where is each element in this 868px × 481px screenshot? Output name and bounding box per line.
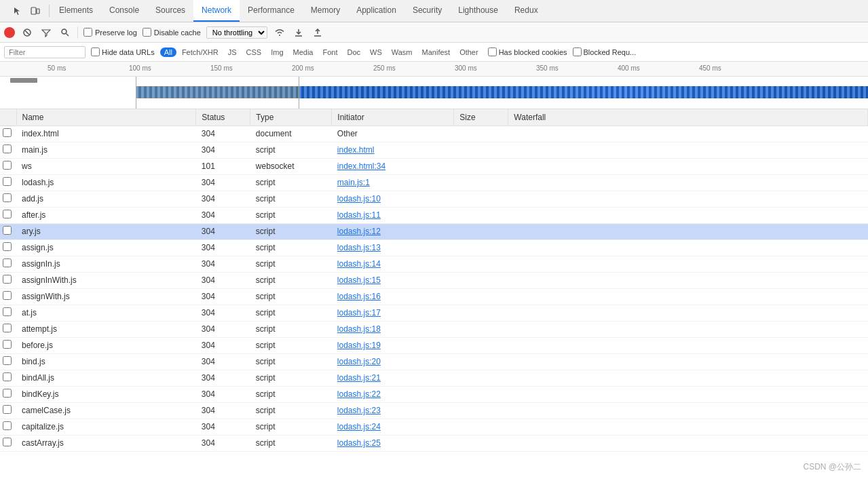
table-row[interactable]: camelCase.js304scriptlodash.js:23 (0, 402, 868, 419)
tab-console[interactable]: Console (101, 0, 147, 22)
cell-name[interactable]: ary.js (16, 223, 196, 239)
row-checkbox[interactable] (3, 438, 12, 446)
row-checkbox[interactable] (3, 210, 12, 218)
cell-name[interactable]: ws (16, 158, 196, 174)
cursor-icon[interactable] (11, 4, 24, 18)
cell-initiator[interactable]: lodash.js:13 (332, 239, 454, 256)
type-btn-wasm[interactable]: Wasm (388, 47, 417, 57)
table-row[interactable]: bindAll.js304scriptlodash.js:21 (0, 370, 868, 386)
hide-data-urls-checkbox[interactable]: Hide data URLs (91, 47, 155, 56)
row-checkbox[interactable] (3, 128, 12, 137)
row-checkbox[interactable] (3, 405, 12, 414)
type-btn-all[interactable]: All (160, 47, 176, 57)
cell-initiator[interactable]: lodash.js:11 (332, 207, 454, 223)
cell-initiator[interactable]: lodash.js:25 (332, 435, 454, 451)
cell-name[interactable]: assignInWith.js (16, 272, 196, 288)
row-checkbox[interactable] (3, 421, 12, 430)
table-row[interactable]: attempt.js304scriptlodash.js:18 (0, 321, 868, 337)
row-checkbox[interactable] (3, 340, 12, 349)
row-checkbox[interactable] (3, 161, 12, 170)
tab-security[interactable]: Security (404, 0, 450, 22)
filter-input[interactable] (4, 46, 86, 58)
row-checkbox[interactable] (3, 145, 12, 153)
cell-name[interactable]: index.html (16, 126, 196, 142)
type-btn-font[interactable]: Font (318, 47, 341, 57)
cell-initiator[interactable]: lodash.js:18 (332, 321, 454, 337)
table-row[interactable]: at.js304scriptlodash.js:17 (0, 305, 868, 321)
type-btn-ws[interactable]: WS (366, 47, 386, 57)
cell-initiator[interactable]: lodash.js:17 (332, 305, 454, 321)
row-checkbox[interactable] (3, 356, 12, 365)
cell-name[interactable]: bind.js (16, 353, 196, 370)
table-row[interactable]: capitalize.js304scriptlodash.js:24 (0, 419, 868, 435)
record-button[interactable] (4, 27, 15, 38)
table-row[interactable]: assignWith.js304scriptlodash.js:16 (0, 288, 868, 305)
cell-name[interactable]: camelCase.js (16, 402, 196, 419)
th-name[interactable]: Name (16, 109, 196, 126)
row-checkbox[interactable] (3, 242, 12, 251)
throttle-select[interactable]: No throttling Fast 3G Slow 3G Offline (206, 26, 267, 39)
table-row[interactable]: assign.js304scriptlodash.js:13 (0, 239, 868, 256)
cell-initiator[interactable]: index.html:34 (332, 158, 454, 174)
th-type[interactable]: Type (250, 109, 332, 126)
cell-name[interactable]: before.js (16, 337, 196, 353)
cell-name[interactable]: lodash.js (16, 174, 196, 191)
cell-name[interactable]: assign.js (16, 239, 196, 256)
table-row[interactable]: bind.js304scriptlodash.js:20 (0, 353, 868, 370)
blocked-requests-checkbox[interactable]: Blocked Requ... (573, 47, 637, 56)
has-blocked-cookies-checkbox[interactable]: Has blocked cookies (488, 47, 567, 56)
th-status[interactable]: Status (196, 109, 250, 126)
cell-name[interactable]: assignIn.js (16, 256, 196, 272)
tab-network[interactable]: Network (193, 0, 240, 22)
row-checkbox[interactable] (3, 177, 12, 186)
type-btn-fetch/xhr[interactable]: Fetch/XHR (178, 47, 223, 57)
table-row[interactable]: castArray.js304scriptlodash.js:25 (0, 435, 868, 451)
cell-initiator[interactable]: lodash.js:22 (332, 386, 454, 402)
cell-initiator[interactable]: lodash.js:14 (332, 256, 454, 272)
tab-application[interactable]: Application (348, 0, 404, 22)
disable-cache-checkbox[interactable]: Disable cache (143, 28, 201, 37)
table-row[interactable]: assignIn.js304scriptlodash.js:14 (0, 256, 868, 272)
row-checkbox[interactable] (3, 324, 12, 332)
tab-redux[interactable]: Redux (506, 0, 546, 22)
cell-name[interactable]: attempt.js (16, 321, 196, 337)
tab-performance[interactable]: Performance (240, 0, 303, 22)
search-icon[interactable] (58, 26, 72, 39)
clear-button[interactable] (20, 26, 34, 39)
tab-lighthouse[interactable]: Lighthouse (450, 0, 506, 22)
table-row[interactable]: main.js304scriptindex.html (0, 142, 868, 158)
cell-initiator[interactable]: lodash.js:12 (332, 223, 454, 239)
type-btn-other[interactable]: Other (455, 47, 483, 57)
cell-name[interactable]: bindKey.js (16, 386, 196, 402)
cell-initiator[interactable]: lodash.js:24 (332, 419, 454, 435)
cell-initiator[interactable]: lodash.js:10 (332, 191, 454, 207)
cell-name[interactable]: add.js (16, 191, 196, 207)
type-btn-media[interactable]: Media (289, 47, 318, 57)
preserve-log-checkbox[interactable]: Preserve log (83, 28, 137, 37)
row-checkbox[interactable] (3, 275, 12, 284)
cell-name[interactable]: at.js (16, 305, 196, 321)
table-row[interactable]: before.js304scriptlodash.js:19 (0, 337, 868, 353)
row-checkbox[interactable] (3, 307, 12, 316)
import-icon[interactable] (292, 26, 305, 39)
cell-name[interactable]: capitalize.js (16, 419, 196, 435)
th-initiator[interactable]: Initiator (332, 109, 454, 126)
tab-memory[interactable]: Memory (303, 0, 348, 22)
table-row[interactable]: lodash.js304scriptmain.js:1 (0, 174, 868, 191)
row-checkbox[interactable] (3, 389, 12, 398)
cell-initiator[interactable]: lodash.js:21 (332, 370, 454, 386)
row-checkbox[interactable] (3, 291, 12, 300)
row-checkbox[interactable] (3, 193, 12, 202)
cell-name[interactable]: assignWith.js (16, 288, 196, 305)
type-btn-css[interactable]: CSS (242, 47, 266, 57)
type-btn-img[interactable]: Img (267, 47, 287, 57)
cell-initiator[interactable]: index.html (332, 142, 454, 158)
cell-initiator[interactable]: lodash.js:16 (332, 288, 454, 305)
cell-initiator[interactable]: lodash.js:19 (332, 337, 454, 353)
cell-name[interactable]: after.js (16, 207, 196, 223)
table-row[interactable]: bindKey.js304scriptlodash.js:22 (0, 386, 868, 402)
th-size[interactable]: Size (454, 109, 508, 126)
cell-name[interactable]: main.js (16, 142, 196, 158)
th-waterfall[interactable]: Waterfall (508, 109, 868, 126)
table-row[interactable]: ary.js304scriptlodash.js:12 (0, 223, 868, 239)
